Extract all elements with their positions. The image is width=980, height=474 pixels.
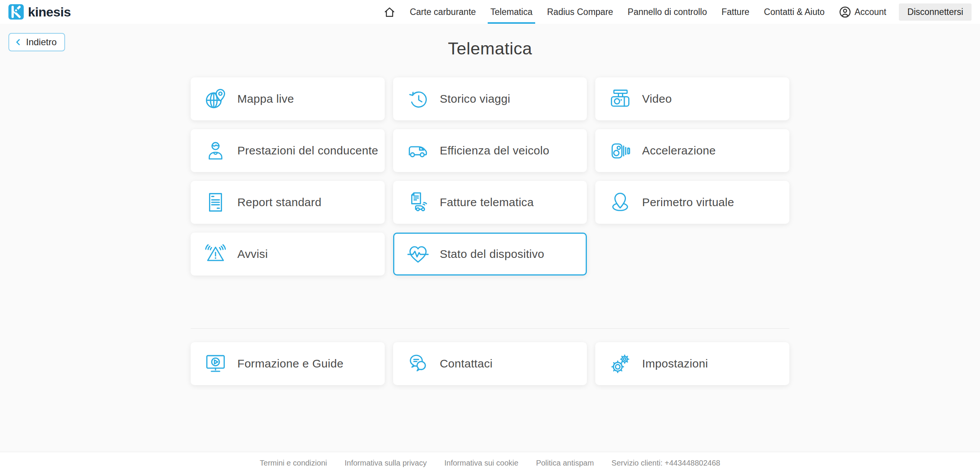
van-icon [407,139,429,162]
nav-item-radius-compare[interactable]: Radius Compare [540,0,621,24]
chevron-left-icon [14,38,23,46]
section-divider [191,328,789,329]
brand-logo[interactable]: kinesis [8,4,71,20]
card-video[interactable]: Video [595,77,789,120]
card-efficienza-del-veicolo[interactable]: Efficienza del veicolo [393,129,587,172]
card-stato-del-dispositivo[interactable]: Stato del dispositivo [393,233,587,276]
dashcam-icon [609,88,631,110]
account-label: Account [854,7,886,17]
card-label: Perimetro virtuale [642,196,734,209]
card-fatture-telematica[interactable]: Fatture telematica [393,181,587,224]
card-accelerazione[interactable]: Accelerazione [595,129,789,172]
card-report-standard[interactable]: Report standard [191,181,385,224]
card-label: Efficienza del veicolo [440,144,549,157]
card-label: Formazione e Guide [237,357,343,370]
card-label: Report standard [237,196,322,209]
card-label: Stato del dispositivo [440,248,544,261]
card-label: Prestazioni del conducente [237,144,378,157]
card-label: Storico viaggi [440,92,510,105]
telematics-card-grid: Mappa live Storico viaggi Video [191,77,789,276]
account-menu[interactable]: Account [832,0,893,24]
gears-icon [609,353,631,375]
page-footer: Termini e condizioni Informativa sulla p… [0,452,980,474]
footer-link-privacy[interactable]: Informativa sulla privacy [345,459,427,467]
page-title: Telematica [0,24,980,57]
nav-item-contatti-aiuto[interactable]: Contatti & Aiuto [757,0,832,24]
card-label: Avvisi [237,248,268,261]
footer-customer-service: Servizio clienti: +443448802468 [611,459,720,467]
main-nav: Carte carburante Telematica Radius Compa… [377,0,972,24]
logout-button[interactable]: Disconnettersi [899,3,972,21]
card-storico-viaggi[interactable]: Storico viaggi [393,77,587,120]
card-label: Contattaci [440,357,493,370]
training-monitor-icon [204,353,227,375]
card-contattaci[interactable]: Contattaci [393,342,587,385]
card-label: Fatture telematica [440,196,534,209]
support-card-grid: Formazione e Guide Contattaci [191,342,789,385]
back-button-label: Indietro [26,37,57,48]
card-perimetro-virtuale[interactable]: Perimetro virtuale [595,181,789,224]
brand-name: kinesis [28,5,71,20]
alert-triangle-icon [204,243,227,265]
kinesis-logo-icon [8,4,24,20]
footer-link-cookie[interactable]: Informativa sui cookie [444,459,518,467]
back-button[interactable]: Indietro [8,33,65,51]
card-avvisi[interactable]: Avvisi [191,233,385,276]
chat-bubbles-icon [407,353,429,375]
nav-item-carte-carburante[interactable]: Carte carburante [402,0,483,24]
card-impostazioni[interactable]: Impostazioni [595,342,789,385]
nav-home[interactable] [384,6,395,18]
card-mappa-live[interactable]: Mappa live [191,77,385,120]
card-label: Mappa live [237,92,294,105]
invoice-truck-icon [407,191,429,213]
heart-pulse-icon [407,243,429,265]
report-icon [204,191,227,213]
nav-item-fatture[interactable]: Fatture [714,0,757,24]
footer-link-antispam[interactable]: Politica antispam [536,459,594,467]
card-label: Impostazioni [642,357,708,370]
card-label: Accelerazione [642,144,715,157]
nav-item-pannello-di-controllo[interactable]: Pannello di controllo [621,0,714,24]
home-icon [384,6,395,18]
speed-camera-icon [609,139,631,162]
globe-pin-icon [204,88,227,110]
geofence-pin-icon [609,191,631,213]
footer-link-termini[interactable]: Termini e condizioni [260,459,327,467]
card-formazione-e-guide[interactable]: Formazione e Guide [191,342,385,385]
nav-item-telematica[interactable]: Telematica [483,0,540,24]
account-icon [839,6,851,18]
page-content: Indietro Telematica Mappa live Storico v… [0,24,980,452]
driver-icon [204,139,227,162]
card-label: Video [642,92,672,105]
history-clock-icon [407,88,429,110]
card-prestazioni-del-conducente[interactable]: Prestazioni del conducente [191,129,385,172]
top-header: kinesis Carte carburante Telematica Radi… [0,0,980,24]
